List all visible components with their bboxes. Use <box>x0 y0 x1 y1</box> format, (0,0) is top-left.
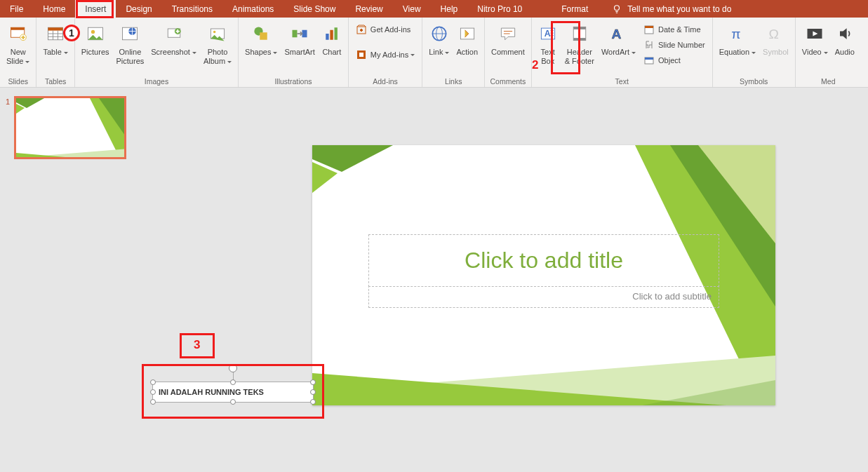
screenshot-icon <box>164 24 184 43</box>
group-slides: New Slide Slides <box>0 18 36 87</box>
pictures-button[interactable]: Pictures <box>78 19 113 57</box>
workspace: 1 <box>0 88 868 472</box>
equation-button[interactable]: π Equation <box>716 19 759 57</box>
link-button[interactable]: Link <box>425 19 453 57</box>
object-button[interactable]: Object <box>639 53 709 68</box>
group-addins: Get Add-ins My Add-ins Add-ins <box>349 18 422 87</box>
svg-text:#: # <box>647 43 650 50</box>
date-time-button[interactable]: Date & Time <box>639 22 709 37</box>
tab-design[interactable]: Design <box>116 0 161 18</box>
audio-icon <box>835 24 855 43</box>
svg-text:π: π <box>731 27 740 41</box>
resize-handle-se[interactable] <box>310 399 316 405</box>
photo-album-icon <box>208 24 227 43</box>
svg-rect-19 <box>330 30 333 40</box>
annotation-box-3-label <box>180 333 215 358</box>
get-addins-button[interactable]: Get Add-ins <box>352 22 419 37</box>
resize-handle-s[interactable] <box>230 399 236 405</box>
thumbnail-number: 1 <box>6 96 14 159</box>
svg-rect-16 <box>293 30 298 38</box>
symbol-icon: Ω <box>766 24 785 43</box>
smartart-button[interactable]: SmartArt <box>281 19 318 57</box>
table-icon <box>46 24 65 43</box>
tab-file[interactable]: File <box>0 0 33 18</box>
tab-animations[interactable]: Animations <box>222 0 283 18</box>
svg-rect-31 <box>573 38 586 41</box>
annotation-number-3: 3 <box>194 338 200 352</box>
resize-handle-nw[interactable] <box>150 379 156 385</box>
equation-icon: π <box>728 24 747 43</box>
header-footer-icon <box>570 24 589 43</box>
lightbulb-icon <box>612 4 622 14</box>
svg-point-0 <box>615 5 620 10</box>
store-icon <box>356 24 367 35</box>
svg-text:A: A <box>544 29 550 39</box>
slide-thumbnail-1[interactable] <box>14 96 126 159</box>
video-button[interactable]: Video <box>799 19 832 57</box>
new-slide-icon <box>8 24 28 43</box>
photo-album-button[interactable]: Photo Album <box>200 19 235 65</box>
object-icon <box>643 55 655 66</box>
subtitle-placeholder[interactable]: Click to add subtitle <box>368 285 719 308</box>
wordart-icon: A <box>608 24 628 43</box>
slide-editor[interactable]: Click to add title Click to add subtitle… <box>133 88 868 472</box>
svg-rect-2 <box>11 27 24 30</box>
wordart-button[interactable]: A WordArt <box>598 19 639 57</box>
svg-rect-20 <box>334 27 337 40</box>
rotate-handle[interactable] <box>229 364 237 372</box>
resize-handle-n[interactable] <box>230 379 236 385</box>
chart-button[interactable]: Chart <box>319 19 345 57</box>
comment-button[interactable]: Comment <box>488 19 528 57</box>
resize-handle-w[interactable] <box>150 389 156 395</box>
video-icon <box>805 24 824 43</box>
header-footer-button[interactable]: Header & Footer <box>561 19 598 65</box>
online-pictures-icon <box>120 24 140 43</box>
svg-rect-30 <box>573 27 586 29</box>
svg-rect-18 <box>326 34 328 40</box>
tab-format[interactable]: Format <box>552 0 598 18</box>
tab-review[interactable]: Review <box>345 0 392 18</box>
group-symbols: π Equation Ω Symbol Symbols <box>713 18 796 87</box>
tab-slideshow[interactable]: Slide Show <box>283 0 345 18</box>
audio-button[interactable]: Audio <box>832 19 858 57</box>
chart-icon <box>322 24 342 43</box>
selected-text-box[interactable]: INI ADALAH RUNNING TEKS <box>152 382 314 403</box>
my-addins-button[interactable]: My Add-ins <box>352 47 419 62</box>
symbol-button[interactable]: Ω Symbol <box>759 19 792 57</box>
tab-view[interactable]: View <box>393 0 431 18</box>
tab-transitions[interactable]: Transitions <box>162 0 222 18</box>
tab-insert[interactable]: Insert <box>75 0 116 18</box>
tab-help[interactable]: Help <box>431 0 468 18</box>
resize-handle-e[interactable] <box>310 389 316 395</box>
menu-bar: File Home Insert Design Transitions Anim… <box>0 0 868 18</box>
group-media: Video Audio Med <box>796 18 861 87</box>
table-button[interactable]: Table <box>39 19 71 57</box>
tab-nitro[interactable]: Nitro Pro 10 <box>467 0 532 18</box>
group-tables: Table Tables <box>36 18 74 87</box>
resize-handle-ne[interactable] <box>310 379 316 385</box>
shapes-button[interactable]: Shapes <box>241 19 281 57</box>
slide-number-button[interactable]: # Slide Number <box>639 37 709 53</box>
text-box-icon: A <box>538 24 558 43</box>
svg-rect-37 <box>645 58 653 60</box>
group-text: A Text Box Header & Footer A WordArt Dat… <box>532 18 713 87</box>
svg-rect-15 <box>260 32 268 40</box>
slide-canvas[interactable]: Click to add title Click to add subtitle <box>312 145 775 405</box>
svg-text:A: A <box>612 27 622 41</box>
tell-me-search[interactable]: Tell me what you want to do <box>612 0 731 18</box>
action-button[interactable]: Action <box>453 19 481 57</box>
resize-handle-sw[interactable] <box>150 399 156 405</box>
tab-home[interactable]: Home <box>33 0 75 18</box>
text-box-button[interactable]: A Text Box <box>535 19 561 65</box>
addins-icon <box>356 49 367 60</box>
action-icon <box>458 24 477 43</box>
svg-rect-23 <box>359 53 363 57</box>
slide-number-icon: # <box>643 39 655 50</box>
online-pictures-button[interactable]: Online Pictures <box>113 19 148 65</box>
new-slide-button[interactable]: New Slide <box>3 19 33 65</box>
title-placeholder[interactable]: Click to add title <box>368 234 719 287</box>
smartart-icon <box>290 24 309 43</box>
tell-me-label: Tell me what you want to do <box>627 4 731 14</box>
screenshot-button[interactable]: Screenshot <box>147 19 200 57</box>
svg-point-7 <box>91 30 95 34</box>
